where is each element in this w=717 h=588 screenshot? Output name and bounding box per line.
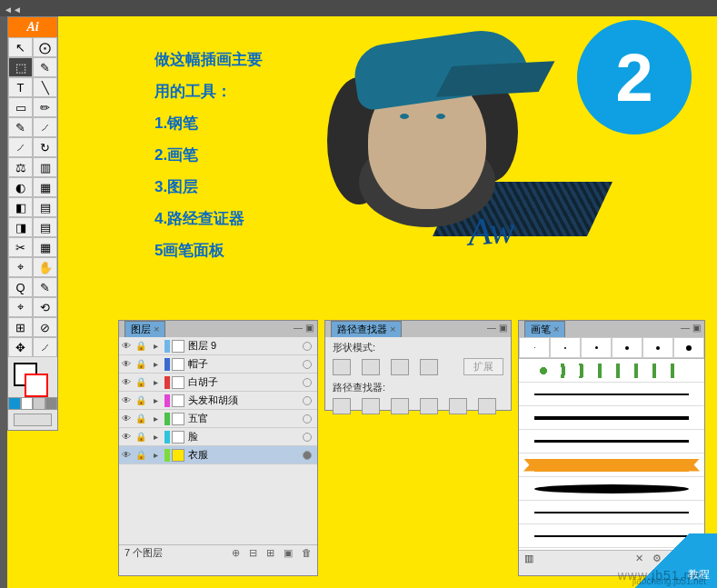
layer-row[interactable]: 👁🔒▸帽子 bbox=[119, 355, 317, 374]
tool-button[interactable]: ✎ bbox=[8, 117, 33, 137]
new-layer-icon[interactable]: ⊞ bbox=[266, 547, 274, 559]
pathfinder-tab[interactable]: 路径查找器× bbox=[331, 321, 402, 337]
expand-icon[interactable]: ▸ bbox=[148, 432, 163, 442]
target-icon[interactable] bbox=[303, 378, 312, 387]
visibility-icon[interactable]: 👁 bbox=[119, 432, 134, 442]
close-tab-icon[interactable]: × bbox=[553, 324, 559, 334]
tool-button[interactable]: ▭ bbox=[8, 97, 33, 117]
lock-icon[interactable]: 🔒 bbox=[134, 450, 148, 460]
intersect-button[interactable] bbox=[391, 359, 409, 375]
divide-button[interactable] bbox=[333, 398, 351, 414]
target-icon[interactable] bbox=[303, 414, 312, 424]
brush-lib-icon[interactable]: ▥ bbox=[524, 553, 533, 564]
locate-icon[interactable]: ⊕ bbox=[232, 547, 240, 559]
minimize-icon[interactable]: — bbox=[681, 323, 690, 333]
target-icon[interactable] bbox=[303, 360, 312, 369]
tool-button[interactable]: ▤ bbox=[33, 217, 57, 237]
close-icon[interactable]: ▣ bbox=[692, 323, 701, 333]
lock-icon[interactable]: 🔒 bbox=[134, 377, 148, 387]
close-tab-icon[interactable]: × bbox=[390, 324, 395, 334]
tool-button[interactable]: ↻ bbox=[33, 137, 57, 157]
brush-tip[interactable] bbox=[642, 337, 673, 358]
layer-row[interactable]: 👁🔒▸图层 9 bbox=[119, 337, 317, 355]
tool-button[interactable]: ▦ bbox=[33, 237, 57, 257]
lock-icon[interactable]: 🔒 bbox=[134, 359, 148, 369]
tool-button[interactable]: ✎ bbox=[33, 57, 57, 77]
visibility-icon[interactable]: 👁 bbox=[119, 359, 134, 369]
target-icon[interactable] bbox=[303, 433, 312, 442]
layer-row[interactable]: 👁🔒▸脸 bbox=[119, 428, 317, 446]
brush-swatch[interactable] bbox=[519, 359, 704, 383]
lock-icon[interactable]: 🔒 bbox=[134, 341, 148, 351]
mode-swatch[interactable] bbox=[45, 397, 58, 410]
target-icon[interactable] bbox=[303, 396, 312, 405]
screen-mode-button[interactable] bbox=[14, 414, 52, 426]
merge-button[interactable] bbox=[391, 398, 409, 414]
outline-button[interactable] bbox=[449, 398, 467, 414]
minus-back-button[interactable] bbox=[478, 398, 496, 414]
exclude-button[interactable] bbox=[420, 359, 438, 375]
target-icon[interactable] bbox=[303, 451, 312, 460]
brush-swatch[interactable] bbox=[519, 406, 704, 430]
tool-button[interactable]: ⨀ bbox=[33, 37, 57, 57]
tool-button[interactable]: ◐ bbox=[8, 177, 33, 197]
tool-button[interactable]: ⟋ bbox=[33, 117, 57, 137]
tool-button[interactable]: ⌖ bbox=[8, 257, 33, 277]
tool-button[interactable]: ✂ bbox=[8, 237, 33, 257]
brush-tip[interactable] bbox=[581, 337, 612, 358]
visibility-icon[interactable]: 👁 bbox=[119, 395, 134, 405]
expand-button[interactable]: 扩展 bbox=[463, 358, 503, 375]
tool-button[interactable]: ⟲ bbox=[33, 297, 57, 317]
brush-swatch[interactable] bbox=[519, 453, 704, 477]
brush-swatch[interactable] bbox=[519, 430, 704, 453]
tool-button[interactable]: ⟋ bbox=[8, 137, 33, 157]
tool-button[interactable]: ✋ bbox=[33, 257, 57, 277]
tool-button[interactable]: ⚖ bbox=[8, 157, 33, 177]
tool-button[interactable]: ▥ bbox=[33, 157, 57, 177]
brush-swatch[interactable] bbox=[519, 477, 704, 501]
lock-icon[interactable]: 🔒 bbox=[134, 395, 148, 405]
mode-swatch[interactable] bbox=[33, 397, 45, 410]
tool-button[interactable]: ✥ bbox=[8, 337, 33, 357]
brush-swatch[interactable] bbox=[519, 383, 704, 406]
tool-button[interactable]: ✏ bbox=[33, 97, 57, 117]
expand-icon[interactable]: ▸ bbox=[148, 377, 163, 387]
tool-button[interactable]: ⬚ bbox=[8, 57, 33, 77]
fill-stroke-swatch[interactable] bbox=[8, 357, 57, 397]
brush-tip[interactable] bbox=[612, 337, 642, 358]
close-tab-icon[interactable]: × bbox=[154, 324, 159, 334]
trim-button[interactable] bbox=[362, 398, 380, 414]
brush-tip[interactable] bbox=[519, 337, 550, 358]
tool-button[interactable]: ⟋ bbox=[33, 337, 57, 357]
brush-swatch[interactable] bbox=[519, 501, 704, 524]
layers-tab[interactable]: 图层× bbox=[124, 321, 165, 337]
close-icon[interactable]: ▣ bbox=[305, 323, 314, 333]
delete-icon[interactable]: 🗑 bbox=[302, 547, 312, 559]
stroke-color[interactable] bbox=[25, 374, 48, 397]
minimize-icon[interactable]: — bbox=[487, 323, 496, 333]
visibility-icon[interactable]: 👁 bbox=[119, 341, 134, 351]
mode-swatch[interactable] bbox=[21, 397, 34, 410]
tool-button[interactable]: T bbox=[8, 77, 33, 97]
tool-button[interactable]: ▦ bbox=[33, 177, 57, 197]
expand-icon[interactable]: ▸ bbox=[148, 450, 163, 460]
tool-button[interactable]: ◨ bbox=[8, 217, 33, 237]
tool-button[interactable]: ◧ bbox=[8, 197, 33, 217]
target-icon[interactable] bbox=[303, 342, 312, 351]
mode-swatch[interactable] bbox=[8, 397, 21, 410]
visibility-icon[interactable]: 👁 bbox=[119, 414, 134, 424]
unite-button[interactable] bbox=[333, 359, 351, 375]
expand-icon[interactable]: ▸ bbox=[148, 341, 163, 351]
visibility-icon[interactable]: 👁 bbox=[119, 450, 134, 460]
layer-row[interactable]: 👁🔒▸五官 bbox=[119, 410, 317, 428]
minus-front-button[interactable] bbox=[362, 359, 380, 375]
visibility-icon[interactable]: 👁 bbox=[119, 377, 134, 387]
tool-button[interactable]: ╲ bbox=[33, 77, 57, 97]
close-icon[interactable]: ▣ bbox=[499, 323, 507, 333]
minimize-icon[interactable]: — bbox=[294, 323, 303, 333]
lock-icon[interactable]: 🔒 bbox=[134, 432, 148, 442]
expand-icon[interactable]: ▸ bbox=[148, 414, 163, 424]
tool-button[interactable]: ↖ bbox=[8, 37, 33, 57]
lock-icon[interactable]: 🔒 bbox=[134, 414, 148, 424]
brushes-tab[interactable]: 画笔× bbox=[524, 321, 565, 337]
